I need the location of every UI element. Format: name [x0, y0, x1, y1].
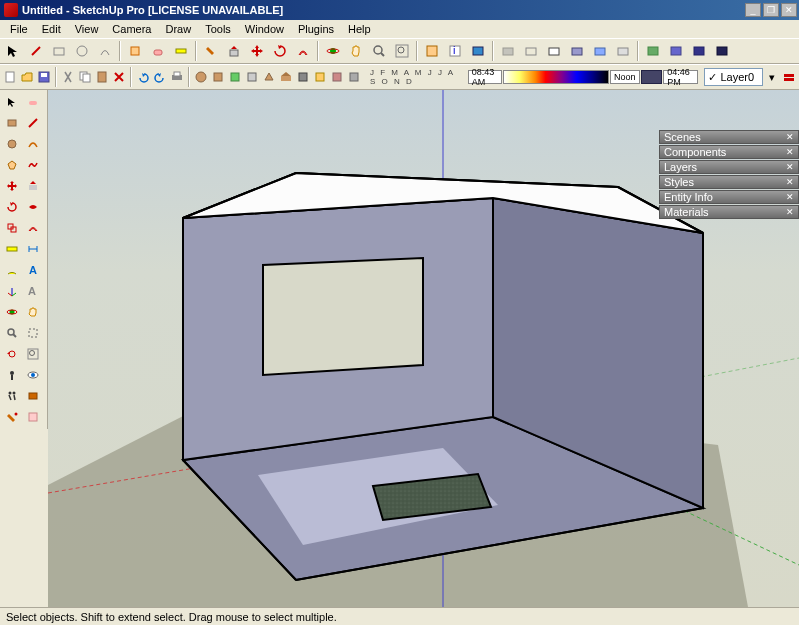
scene-prev[interactable] [642, 40, 664, 62]
l-freehand[interactable] [23, 155, 43, 175]
zoom-extents-tool[interactable] [391, 40, 413, 62]
save-file[interactable] [36, 66, 52, 88]
l-walk[interactable] [2, 386, 22, 406]
tool-c[interactable] [227, 66, 243, 88]
component-tool[interactable] [124, 40, 146, 62]
select-tool[interactable] [2, 40, 24, 62]
shadow-time-start[interactable]: 08:43 AM [468, 70, 503, 84]
menu-help[interactable]: Help [342, 21, 377, 37]
menu-draw[interactable]: Draw [159, 21, 197, 37]
menu-camera[interactable]: Camera [106, 21, 157, 37]
l-rect[interactable] [2, 113, 22, 133]
tool-a[interactable] [193, 66, 209, 88]
tape-tool[interactable] [170, 40, 192, 62]
l-paint[interactable] [2, 407, 22, 427]
scene-next[interactable] [688, 40, 710, 62]
l-zoom-extents[interactable] [23, 344, 43, 364]
offset-tool[interactable] [292, 40, 314, 62]
wireframe-view[interactable] [520, 40, 542, 62]
panel-styles[interactable]: Styles✕ [659, 175, 799, 189]
xray-view[interactable] [497, 40, 519, 62]
l-line[interactable] [23, 113, 43, 133]
l-text[interactable]: A [23, 260, 43, 280]
cut[interactable] [60, 66, 76, 88]
delete[interactable] [111, 66, 127, 88]
rotate-tool[interactable] [269, 40, 291, 62]
l-move[interactable] [2, 176, 22, 196]
tool-g[interactable] [295, 66, 311, 88]
l-tape[interactable] [2, 239, 22, 259]
l-rotate[interactable] [2, 197, 22, 217]
redo[interactable] [152, 66, 168, 88]
line-tool[interactable] [25, 40, 47, 62]
orbit-tool[interactable] [322, 40, 344, 62]
panel-components[interactable]: Components✕ [659, 145, 799, 159]
l-position[interactable] [2, 365, 22, 385]
l-arc[interactable] [23, 134, 43, 154]
shadow-color-gradient[interactable] [503, 70, 609, 84]
l-extra[interactable] [23, 407, 43, 427]
tool-b[interactable] [210, 66, 226, 88]
l-follow[interactable] [23, 197, 43, 217]
scene-last[interactable] [711, 40, 733, 62]
l-section[interactable] [23, 386, 43, 406]
l-previous[interactable] [2, 344, 22, 364]
shaded-view[interactable] [566, 40, 588, 62]
rectangle-tool[interactable] [48, 40, 70, 62]
tool-e[interactable] [261, 66, 277, 88]
panel-layers[interactable]: Layers✕ [659, 160, 799, 174]
layer-selector[interactable]: ✓ Layer0 [704, 68, 762, 86]
l-look[interactable] [23, 365, 43, 385]
l-scale[interactable] [2, 218, 22, 238]
l-select[interactable] [2, 92, 22, 112]
tool-d[interactable] [244, 66, 260, 88]
entity-info[interactable]: i [444, 40, 466, 62]
tool-h[interactable] [312, 66, 328, 88]
maximize-button[interactable]: ❐ [763, 3, 779, 17]
shaded-textures-view[interactable] [589, 40, 611, 62]
l-circle[interactable] [2, 134, 22, 154]
move-tool[interactable] [246, 40, 268, 62]
panel-entity-info[interactable]: Entity Info✕ [659, 190, 799, 204]
copy[interactable] [77, 66, 93, 88]
menu-view[interactable]: View [69, 21, 105, 37]
panel-scenes[interactable]: Scenes✕ [659, 130, 799, 144]
l-polygon[interactable] [2, 155, 22, 175]
l-pushpull[interactable] [23, 176, 43, 196]
new-file[interactable] [2, 66, 18, 88]
l-zoom-window[interactable] [23, 323, 43, 343]
display-settings[interactable] [467, 40, 489, 62]
print[interactable] [169, 66, 185, 88]
l-orbit[interactable] [2, 302, 22, 322]
hidden-line-view[interactable] [543, 40, 565, 62]
l-protractor[interactable] [2, 260, 22, 280]
minimize-button[interactable]: _ [745, 3, 761, 17]
layer-dropdown[interactable]: ▾ [764, 66, 780, 88]
layer-tool[interactable] [781, 66, 797, 88]
scene-mid[interactable] [665, 40, 687, 62]
menu-file[interactable]: File [4, 21, 34, 37]
l-offset[interactable] [23, 218, 43, 238]
undo[interactable] [135, 66, 151, 88]
monochrome-view[interactable] [612, 40, 634, 62]
arc-tool[interactable] [94, 40, 116, 62]
l-zoom[interactable] [2, 323, 22, 343]
l-axes[interactable] [2, 281, 22, 301]
menu-window[interactable]: Window [239, 21, 290, 37]
pan-tool[interactable] [345, 40, 367, 62]
l-eraser[interactable] [23, 92, 43, 112]
model-info[interactable] [421, 40, 443, 62]
tool-i[interactable] [329, 66, 345, 88]
circle-tool[interactable] [71, 40, 93, 62]
l-pan[interactable] [23, 302, 43, 322]
close-button[interactable]: ✕ [781, 3, 797, 17]
tool-j[interactable] [346, 66, 362, 88]
menu-edit[interactable]: Edit [36, 21, 67, 37]
shadow-time-end[interactable]: 04:46 PM [663, 70, 698, 84]
tool-f[interactable] [278, 66, 294, 88]
viewport[interactable]: Scenes✕ Components✕ Layers✕ Styles✕ Enti… [48, 90, 799, 607]
open-file[interactable] [19, 66, 35, 88]
menu-plugins[interactable]: Plugins [292, 21, 340, 37]
paste[interactable] [94, 66, 110, 88]
menu-tools[interactable]: Tools [199, 21, 237, 37]
